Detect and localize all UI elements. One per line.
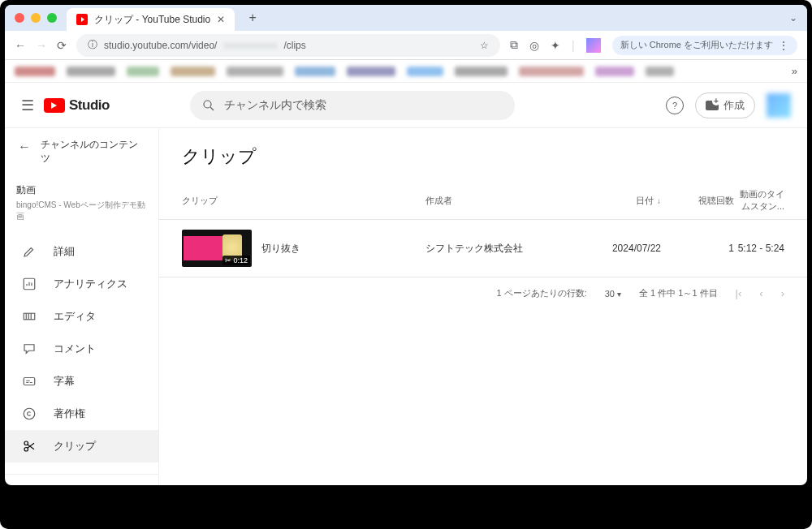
search-icon: [201, 98, 216, 113]
svg-point-5: [24, 408, 35, 419]
subtitles-icon: [21, 373, 37, 389]
bookmarks-overflow-icon[interactable]: »: [792, 65, 797, 77]
col-author: 作成者: [425, 195, 555, 207]
url-suffix: /clips: [283, 40, 305, 51]
pencil-icon: [21, 243, 37, 260]
youtube-favicon-icon: [76, 14, 88, 25]
video-title: bingo!CMS - Webページ制作デモ動画: [16, 200, 147, 222]
editor-icon: [21, 308, 37, 325]
extension-icon[interactable]: ⧉: [510, 38, 518, 52]
svg-point-0: [204, 101, 211, 108]
col-timestamp: 動画のタイムスタン...: [734, 188, 784, 213]
browser-tab[interactable]: クリップ - YouTube Studio ✕: [67, 8, 235, 31]
pagination: 1 ページあたりの行数: 30 ▾ 全 1 件中 1～1 件目 |‹ ‹ ›: [159, 277, 807, 309]
bookmarks-bar: »: [5, 60, 807, 83]
caret-down-icon: ▾: [617, 290, 621, 299]
back-to-content[interactable]: ← チャンネルのコンテンツ: [5, 128, 158, 175]
col-views: 視聴回数: [661, 195, 734, 207]
prev-page-button[interactable]: ‹: [759, 287, 762, 299]
url-prefix: studio.youtube.com/video/: [104, 40, 217, 51]
tab-title: クリップ - YouTube Studio: [94, 13, 210, 27]
site-info-icon[interactable]: ⓘ: [88, 38, 97, 52]
page-title: クリップ: [159, 128, 807, 182]
create-button[interactable]: 作成: [695, 92, 755, 118]
studio-logo[interactable]: Studio: [44, 97, 110, 114]
analytics-icon: [21, 276, 37, 292]
tabs-menu-icon[interactable]: ⌄: [789, 12, 797, 24]
svg-line-1: [210, 107, 214, 110]
forward-button: →: [36, 39, 47, 52]
url-redacted: xxxxxxxxxxx: [223, 40, 277, 51]
comments-icon: [21, 341, 37, 357]
rows-per-page-select[interactable]: 30 ▾: [605, 289, 621, 299]
clip-timestamp: 5:12 - 5:24: [734, 243, 784, 254]
address-bar[interactable]: ⓘ studio.youtube.com/video/ xxxxxxxxxxx …: [76, 34, 500, 57]
col-date[interactable]: 日付↓: [555, 195, 661, 207]
create-video-icon: [706, 101, 719, 110]
user-avatar[interactable]: [767, 93, 791, 118]
youtube-icon: [44, 98, 65, 113]
table-row[interactable]: ✂0:12 切り抜き シフトテック株式会社 2024/07/22 1 5:12 …: [159, 220, 807, 277]
clip-title: 切り抜き: [261, 242, 300, 256]
back-button[interactable]: ←: [15, 39, 26, 52]
rows-per-page-label: 1 ページあたりの行数:: [496, 287, 586, 299]
new-tab-button[interactable]: +: [244, 11, 261, 25]
hamburger-menu-icon[interactable]: ☰: [21, 97, 34, 114]
close-tab-icon[interactable]: ✕: [217, 14, 225, 25]
nav-details[interactable]: 詳細: [5, 235, 158, 268]
kebab-icon[interactable]: ⋮: [778, 39, 789, 52]
chrome-update-pill[interactable]: 新しい Chrome をご利用いただけます ⋮: [612, 36, 797, 55]
profile-avatar[interactable]: [586, 38, 601, 53]
clip-author: シフトテック株式会社: [425, 242, 555, 256]
nav-comments[interactable]: コメント: [5, 333, 158, 365]
clip-date: 2024/07/22: [555, 243, 661, 254]
nav-copyright[interactable]: 著作権: [5, 398, 158, 430]
brand-text: Studio: [69, 97, 110, 114]
bookmark-star-icon[interactable]: ☆: [480, 40, 489, 51]
search-input[interactable]: チャンネル内で検索: [190, 91, 515, 120]
content-type: 動画: [16, 183, 147, 197]
range-text: 全 1 件中 1～1 件目: [639, 287, 718, 299]
nav-settings[interactable]: 設定: [5, 478, 158, 485]
maximize-window[interactable]: [47, 13, 57, 23]
scissors-icon: [21, 438, 37, 454]
first-page-button[interactable]: |‹: [736, 287, 742, 299]
clip-thumbnail: ✂0:12: [182, 230, 252, 267]
help-icon[interactable]: ?: [666, 97, 684, 114]
search-placeholder: チャンネル内で検索: [224, 98, 326, 113]
puzzle-icon[interactable]: ✦: [551, 39, 560, 52]
minimize-window[interactable]: [31, 13, 41, 23]
table-header: クリップ 作成者 日付↓ 視聴回数 動画のタイムスタン...: [159, 182, 807, 220]
nav-analytics[interactable]: アナリティクス: [5, 268, 158, 300]
col-clip: クリップ: [182, 195, 425, 207]
reload-button[interactable]: ⟳: [57, 39, 67, 52]
nav-editor[interactable]: エディタ: [5, 300, 158, 333]
clip-badge-icon: ✂: [225, 256, 231, 264]
close-window[interactable]: [15, 13, 24, 23]
svg-rect-4: [24, 377, 35, 385]
copyright-icon: [21, 406, 37, 422]
next-page-button[interactable]: ›: [781, 287, 784, 299]
clip-views: 1: [661, 243, 734, 254]
nav-clips[interactable]: クリップ: [5, 430, 158, 462]
divider: |: [572, 39, 575, 52]
svg-rect-3: [24, 313, 35, 320]
arrow-left-icon: ←: [18, 140, 31, 154]
camera-icon[interactable]: ◎: [529, 39, 539, 52]
nav-subtitles[interactable]: 字幕: [5, 365, 158, 398]
